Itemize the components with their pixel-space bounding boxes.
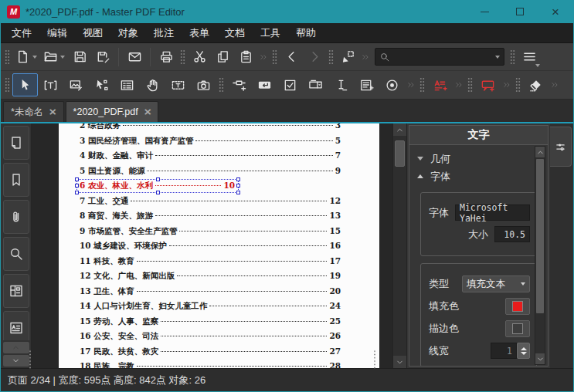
menu-item[interactable]: 编辑: [39, 23, 75, 42]
select-text-button[interactable]: [165, 73, 191, 96]
snapshot-button[interactable]: [191, 73, 216, 96]
tab-close-icon[interactable]: ×: [144, 106, 151, 117]
minimize-button[interactable]: [467, 0, 502, 23]
line-width-spinner[interactable]: [517, 343, 530, 359]
add-link-button[interactable]: [226, 73, 252, 96]
search-panel-button[interactable]: [3, 237, 29, 271]
toc-row[interactable]: 8 商贸、海关、旅游13: [80, 208, 341, 224]
panel-scrollbar-thumb[interactable]: [536, 159, 544, 313]
bookmarks-panel-button[interactable]: [3, 163, 29, 197]
maximize-button[interactable]: [502, 0, 538, 23]
selection-handle[interactable]: [156, 177, 160, 181]
chevron-down-icon[interactable]: [495, 56, 500, 59]
radio-field-button[interactable]: [379, 73, 405, 96]
toolbar-grip[interactable]: [515, 76, 521, 93]
hand-tool-button[interactable]: [140, 73, 165, 96]
edit-text-button[interactable]: [38, 73, 63, 96]
text-type-dropdown[interactable]: 填充文本: [462, 275, 530, 292]
toc-row[interactable]: 14 人口与计划生育、妇女儿童工作24: [80, 299, 341, 314]
edit-object-button[interactable]: [89, 73, 114, 96]
toc-row[interactable]: 9 市场监管、安全生产监管15: [80, 224, 341, 239]
tab-close-icon[interactable]: ×: [49, 106, 56, 117]
highlighter-button[interactable]: [523, 73, 549, 96]
chevron-down-icon[interactable]: [60, 56, 65, 59]
toc-row[interactable]: 15 劳动、人事、监察25: [80, 314, 341, 329]
selection-handle[interactable]: [236, 191, 240, 194]
scrollbar-thumb[interactable]: [395, 140, 405, 167]
search-input[interactable]: [393, 51, 493, 63]
section-font[interactable]: 字体: [409, 167, 548, 185]
open-folder-button[interactable]: [40, 46, 68, 68]
toc-row[interactable]: 13 卫生、体育20: [80, 284, 341, 299]
toc-row[interactable]: 12 文化、广电、新闻出版19: [80, 269, 341, 284]
selection-handle[interactable]: [75, 184, 79, 188]
toc-row[interactable]: 3 国民经济管理、国有资产监管5: [80, 133, 341, 149]
toc-row[interactable]: 16 公安、安全、司法26: [80, 329, 341, 344]
sidebar-splitter-handle[interactable]: [29, 350, 32, 370]
fit-selection-button[interactable]: [336, 46, 359, 68]
selection-handle[interactable]: [236, 184, 240, 188]
font-name-input[interactable]: Microsoft YaHei: [455, 204, 530, 221]
add-text-annotation-button[interactable]: [427, 73, 453, 96]
section-geometry[interactable]: 几何: [409, 150, 548, 167]
panel-scroll-down-button[interactable]: [535, 353, 545, 364]
save-as-button[interactable]: [91, 46, 114, 68]
checkbox-field-button[interactable]: [277, 73, 303, 96]
toc-row[interactable]: 18 民族、宗教28: [80, 359, 341, 368]
toolbar-grip[interactable]: [272, 49, 277, 66]
toolbar-grip[interactable]: [419, 76, 425, 93]
paste-button[interactable]: [234, 46, 257, 68]
tab-active-document[interactable]: *2020_PDF.pdf×: [66, 101, 158, 122]
toc-row[interactable]: 5 国土资源、能源9: [80, 164, 341, 179]
save-button[interactable]: [68, 46, 91, 68]
toolbar-grip[interactable]: [180, 49, 185, 66]
copy-button[interactable]: [211, 46, 234, 68]
selection-handle[interactable]: [75, 177, 79, 181]
line-width-input[interactable]: 1: [491, 343, 517, 359]
close-button[interactable]: ×: [538, 0, 573, 23]
toc-row[interactable]: 7 工业、交通12: [80, 194, 341, 209]
panel-scroll-up-button[interactable]: [535, 147, 545, 157]
select-tool-button[interactable]: [12, 73, 38, 96]
main-menu-button[interactable]: [518, 46, 541, 68]
scroll-down-button[interactable]: [393, 356, 406, 368]
menu-item[interactable]: 表单: [182, 23, 217, 42]
toolbar-grip[interactable]: [328, 49, 334, 66]
text-field-button[interactable]: [328, 73, 354, 96]
pages-panel-button[interactable]: [3, 126, 29, 160]
toc-row[interactable]: 2 综合政务3: [80, 123, 341, 133]
listbox-field-button[interactable]: [354, 73, 379, 96]
chevron-down-icon[interactable]: [32, 56, 37, 59]
selection-handle[interactable]: [156, 191, 160, 194]
toolbar-grip[interactable]: [5, 49, 10, 66]
combobox-field-button[interactable]: [303, 73, 328, 96]
toolbar-grip[interactable]: [510, 49, 515, 66]
print-button[interactable]: [155, 46, 178, 68]
sidebar-scroll-down-button[interactable]: [3, 355, 29, 367]
panel-splitter-handle[interactable]: [373, 350, 376, 370]
edit-forms-button[interactable]: [114, 73, 140, 96]
font-size-input[interactable]: 10.5: [494, 226, 530, 242]
menu-item[interactable]: 批注: [146, 23, 182, 42]
scrollbar-track[interactable]: [393, 136, 406, 356]
tab-document[interactable]: *未命名×: [3, 101, 64, 122]
toolbar-grip[interactable]: [219, 76, 224, 93]
email-button[interactable]: [123, 46, 146, 68]
forms-panel-button[interactable]: [3, 274, 29, 308]
attachments-panel-button[interactable]: [3, 200, 29, 234]
previous-page-button[interactable]: [280, 46, 303, 68]
edit-image-button[interactable]: [63, 73, 89, 96]
toolbar-grip[interactable]: [467, 76, 473, 93]
annotations-panel-button[interactable]: [3, 311, 29, 340]
menu-item[interactable]: 文件: [4, 23, 39, 42]
button-field-button[interactable]: [252, 73, 277, 96]
selection-handle[interactable]: [75, 191, 79, 194]
menu-item[interactable]: 对象: [110, 23, 146, 42]
toc-row[interactable]: 4 财政、金融、审计7: [80, 148, 341, 164]
scroll-up-button[interactable]: [393, 123, 406, 136]
add-callout-button[interactable]: [475, 73, 501, 96]
toc-row[interactable]: 17 民政、扶贫、救灾27: [80, 344, 341, 360]
properties-tab[interactable]: [550, 127, 572, 167]
menu-item[interactable]: 视图: [75, 23, 110, 42]
fill-color-button[interactable]: [505, 298, 530, 315]
